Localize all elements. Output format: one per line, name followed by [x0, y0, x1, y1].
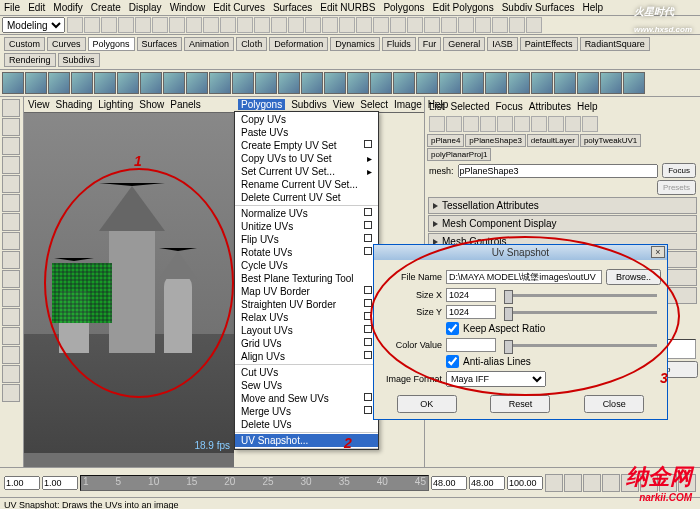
menu-item-cut-uvs[interactable]: Cut UVs: [235, 366, 378, 379]
sizex-field[interactable]: [446, 288, 496, 302]
uv-menu-view[interactable]: View: [333, 99, 355, 110]
menu-item-rename-current-uv-set-[interactable]: Rename Current UV Set...: [235, 178, 378, 191]
section-mesh-component-display[interactable]: Mesh Component Display: [428, 215, 697, 232]
toolbar-icon[interactable]: [390, 17, 406, 33]
uv-menu-subdivs[interactable]: Subdivs: [291, 99, 327, 110]
shelf-icon[interactable]: [209, 72, 231, 94]
close-button[interactable]: Close: [584, 395, 644, 413]
toolbar-icon[interactable]: [220, 17, 236, 33]
shelf-tab-fur[interactable]: Fur: [418, 37, 442, 51]
toolbar-icon[interactable]: [475, 17, 491, 33]
viewport-3d[interactable]: ViewShadingLightingShowPanels 1 18.9 fps: [24, 97, 234, 467]
shelf-icon[interactable]: [117, 72, 139, 94]
tool-button[interactable]: [2, 251, 20, 269]
uv-menu-image[interactable]: Image: [394, 99, 422, 110]
dialog-titlebar[interactable]: Uv Snapshot ×: [374, 245, 667, 260]
attr-toolbar-icon[interactable]: [463, 116, 479, 132]
shelf-icon[interactable]: [48, 72, 70, 94]
attr-toolbar-icon[interactable]: [582, 116, 598, 132]
shelf-icon[interactable]: [554, 72, 576, 94]
shelf-icon[interactable]: [485, 72, 507, 94]
toolbar-icon[interactable]: [271, 17, 287, 33]
menu-display[interactable]: Display: [129, 2, 162, 13]
toolbar-icon[interactable]: [67, 17, 83, 33]
menu-edit-polygons[interactable]: Edit Polygons: [433, 2, 494, 13]
shelf-icon[interactable]: [600, 72, 622, 94]
shelf-tab-deformation[interactable]: Deformation: [269, 37, 328, 51]
attr-toolbar-icon[interactable]: [497, 116, 513, 132]
color-swatch[interactable]: [446, 338, 496, 352]
shelf-icon[interactable]: [439, 72, 461, 94]
toolbar-icon[interactable]: [305, 17, 321, 33]
option-box-icon[interactable]: [364, 247, 372, 255]
attr-toolbar-icon[interactable]: [446, 116, 462, 132]
close-icon[interactable]: ×: [651, 246, 665, 258]
menu-item-layout-uvs[interactable]: Layout UVs: [235, 324, 378, 337]
menu-item-flip-uvs[interactable]: Flip UVs: [235, 233, 378, 246]
playback-start-field[interactable]: [42, 476, 78, 490]
attr-tab-pplane4[interactable]: pPlane4: [427, 134, 464, 147]
menu-create[interactable]: Create: [91, 2, 121, 13]
shelf-tab-animation[interactable]: Animation: [184, 37, 234, 51]
toolbar-icon[interactable]: [356, 17, 372, 33]
tool-button[interactable]: [2, 137, 20, 155]
uv-menu-select[interactable]: Select: [360, 99, 388, 110]
attr-toolbar-icon[interactable]: [480, 116, 496, 132]
format-dropdown[interactable]: Maya IFF: [446, 371, 546, 387]
menu-item-normalize-uvs[interactable]: Normalize UVs: [235, 207, 378, 220]
toolbar-icon[interactable]: [101, 17, 117, 33]
attr-menu-focus[interactable]: Focus: [495, 101, 522, 112]
shelf-icon[interactable]: [71, 72, 93, 94]
option-box-icon[interactable]: [364, 234, 372, 242]
attr-menu-attributes[interactable]: Attributes: [529, 101, 571, 112]
toolbar-icon[interactable]: [509, 17, 525, 33]
browse-button[interactable]: Browse..: [606, 269, 661, 285]
option-box-icon[interactable]: [364, 286, 372, 294]
shelf-icon[interactable]: [255, 72, 277, 94]
tool-button[interactable]: [2, 289, 20, 307]
uv-menu-polygons[interactable]: Polygons: [238, 99, 285, 110]
current-time-field[interactable]: [507, 476, 543, 490]
color-slider[interactable]: [504, 344, 657, 347]
toolbar-icon[interactable]: [492, 17, 508, 33]
menu-item-move-and-sew-uvs[interactable]: Move and Sew UVs: [235, 392, 378, 405]
option-box-icon[interactable]: [364, 208, 372, 216]
playback-button[interactable]: [602, 474, 620, 492]
shelf-tab-fluids[interactable]: Fluids: [382, 37, 416, 51]
toolbar-icon[interactable]: [526, 17, 542, 33]
option-box-icon[interactable]: [364, 312, 372, 320]
menu-item-unitize-uvs[interactable]: Unitize UVs: [235, 220, 378, 233]
menu-item-delete-current-uv-set[interactable]: Delete Current UV Set: [235, 191, 378, 204]
toolbar-icon[interactable]: [118, 17, 134, 33]
toolbar-icon[interactable]: [407, 17, 423, 33]
time-track[interactable]: 151015202530354045: [80, 475, 429, 491]
menu-item-rotate-uvs[interactable]: Rotate UVs: [235, 246, 378, 259]
tool-button[interactable]: [2, 327, 20, 345]
shelf-icon[interactable]: [623, 72, 645, 94]
option-box-icon[interactable]: [364, 393, 372, 401]
shelf-icon[interactable]: [94, 72, 116, 94]
viewport-canvas[interactable]: 1 18.9 fps: [24, 113, 234, 453]
menu-modify[interactable]: Modify: [53, 2, 82, 13]
attr-tab-polytweakuv1[interactable]: polyTweakUV1: [580, 134, 641, 147]
toolbar-icon[interactable]: [135, 17, 151, 33]
shelf-tab-polygons[interactable]: Polygons: [88, 37, 135, 51]
shelf-icon[interactable]: [2, 72, 24, 94]
tool-button[interactable]: [2, 232, 20, 250]
menu-item-create-empty-uv-set[interactable]: Create Empty UV Set: [235, 139, 378, 152]
tool-button[interactable]: [2, 156, 20, 174]
option-box-icon[interactable]: [364, 406, 372, 414]
shelf-tab-surfaces[interactable]: Surfaces: [137, 37, 183, 51]
tool-button[interactable]: [2, 384, 20, 402]
shelf-icon[interactable]: [462, 72, 484, 94]
toolbar-icon[interactable]: [339, 17, 355, 33]
shelf-tab-iasb[interactable]: IASB: [487, 37, 518, 51]
toolbar-icon[interactable]: [203, 17, 219, 33]
menu-item-cycle-uvs[interactable]: Cycle UVs: [235, 259, 378, 272]
section-tessellation-attributes[interactable]: Tessellation Attributes: [428, 197, 697, 214]
shelf-icon[interactable]: [416, 72, 438, 94]
shelf-icon[interactable]: [370, 72, 392, 94]
attr-menu-help[interactable]: Help: [577, 101, 598, 112]
shelf-tab-cloth[interactable]: Cloth: [236, 37, 267, 51]
toolbar-icon[interactable]: [169, 17, 185, 33]
